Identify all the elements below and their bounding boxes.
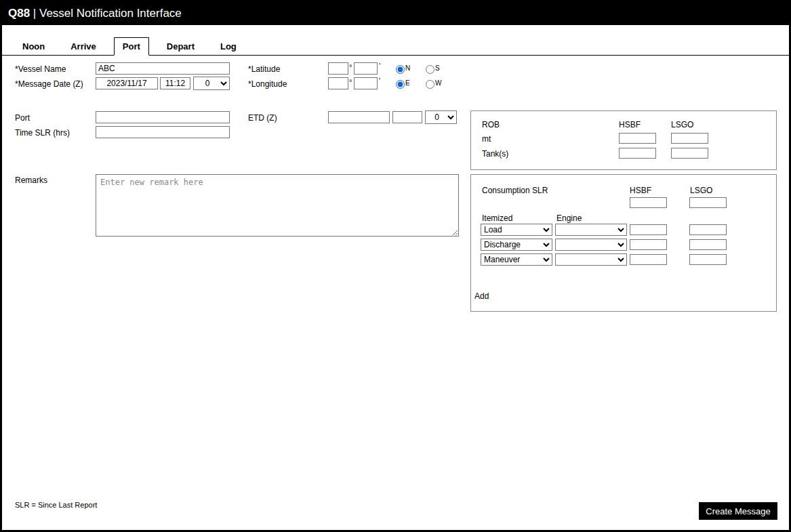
- title-separator: |: [30, 7, 39, 20]
- app-brand: Q88: [8, 7, 30, 20]
- time-slr-input[interactable]: [96, 126, 230, 138]
- latitude-label: *Latitude: [248, 64, 280, 74]
- message-date-label: *Message Date (Z): [15, 79, 83, 89]
- consumption-lsgo-column-header: LSGO: [690, 186, 712, 195]
- message-time-input[interactable]: [160, 77, 190, 89]
- title-bar: Q88 | Vessel Notification Interface: [2, 2, 789, 25]
- consumption-panel-title: Consumption SLR: [482, 186, 548, 195]
- rob-tanks-lsgo-input[interactable]: [671, 148, 708, 159]
- page-title: Vessel Notification Interface: [39, 7, 182, 20]
- add-consumption-row-link[interactable]: Add: [474, 291, 489, 301]
- rob-lsgo-column-header: LSGO: [671, 120, 693, 129]
- longitude-west-radio[interactable]: [426, 80, 434, 89]
- itemized-select-row-2[interactable]: Discharge: [481, 239, 552, 251]
- engine-column-header: Engine: [556, 213, 582, 223]
- consumption-hsbf-column-header: HSBF: [630, 186, 651, 195]
- longitude-west-radio-label: W: [435, 79, 441, 87]
- consumption-slr-panel: Consumption SLR HSBF LSGO Itemized Engin…: [470, 174, 777, 312]
- rob-mt-row-label: mt: [482, 134, 491, 144]
- time-slr-label: Time SLR (hrs): [15, 128, 70, 138]
- consumption-hsbf-total-input[interactable]: [630, 197, 667, 208]
- message-offset-select[interactable]: 0: [193, 77, 230, 90]
- longitude-east-radio[interactable]: [396, 80, 405, 89]
- longitude-east-radio-label: E: [405, 79, 410, 87]
- engine-select-row-2[interactable]: [555, 239, 627, 251]
- consumption-row-3-hsbf-input[interactable]: [630, 254, 667, 265]
- rob-mt-lsgo-input[interactable]: [671, 133, 708, 144]
- latitude-degrees-input[interactable]: [328, 62, 348, 75]
- latitude-north-radio[interactable]: [396, 65, 405, 74]
- longitude-degrees-input[interactable]: [328, 77, 348, 89]
- etd-offset-select[interactable]: 0: [425, 110, 457, 124]
- tab-depart[interactable]: Depart: [159, 38, 203, 56]
- consumption-row-2-hsbf-input[interactable]: [630, 239, 667, 250]
- message-date-input[interactable]: [96, 77, 158, 89]
- etd-date-input[interactable]: [328, 111, 390, 123]
- etd-label: ETD (Z): [248, 113, 277, 123]
- itemized-select-row-3[interactable]: Maneuver: [481, 253, 552, 266]
- latitude-minutes-input[interactable]: [354, 62, 378, 75]
- tab-port[interactable]: Port: [114, 37, 149, 56]
- tab-arrive[interactable]: Arrive: [62, 38, 104, 56]
- tab-noon[interactable]: Noon: [14, 38, 53, 56]
- latitude-minute-symbol: ': [379, 62, 380, 70]
- rob-panel: ROB HSBF LSGO mt Tank(s): [470, 110, 777, 170]
- app-window: Q88 | Vessel Notification Interface Noon…: [0, 0, 791, 532]
- consumption-row-1-hsbf-input[interactable]: [630, 224, 667, 235]
- port-input[interactable]: [96, 111, 230, 123]
- remarks-textarea[interactable]: [96, 174, 459, 237]
- itemized-column-header: Itemized: [482, 213, 512, 223]
- remarks-label: Remarks: [15, 176, 47, 185]
- itemized-select-row-1[interactable]: Load: [481, 224, 552, 236]
- tab-bar: NoonArrivePortDepartLog: [2, 37, 789, 56]
- consumption-lsgo-total-input[interactable]: [689, 197, 727, 208]
- latitude-north-radio-label: N: [405, 64, 410, 72]
- vessel-name-label: *Vessel Name: [15, 64, 66, 74]
- consumption-row-1-lsgo-input[interactable]: [689, 224, 727, 235]
- latitude-south-radio[interactable]: [426, 65, 434, 74]
- latitude-south-radio-label: S: [435, 64, 440, 72]
- engine-select-row-1[interactable]: [555, 224, 627, 236]
- rob-panel-title: ROB: [482, 120, 500, 129]
- slr-footnote: SLR = Since Last Report: [15, 501, 97, 509]
- rob-tanks-hsbf-input[interactable]: [619, 148, 656, 159]
- etd-time-input[interactable]: [392, 111, 422, 123]
- rob-mt-hsbf-input[interactable]: [619, 133, 656, 144]
- consumption-row-2-lsgo-input[interactable]: [689, 239, 727, 250]
- longitude-minutes-input[interactable]: [354, 77, 378, 89]
- vessel-name-input[interactable]: [96, 62, 230, 75]
- create-message-button[interactable]: Create Message: [699, 502, 777, 520]
- longitude-degree-symbol: °: [349, 78, 352, 86]
- port-label: Port: [15, 113, 30, 123]
- consumption-row-3-lsgo-input[interactable]: [689, 254, 727, 265]
- longitude-label: *Longitude: [248, 79, 287, 89]
- rob-tanks-row-label: Tank(s): [482, 149, 508, 159]
- latitude-degree-symbol: °: [349, 63, 352, 71]
- rob-hsbf-column-header: HSBF: [619, 120, 641, 129]
- tab-log[interactable]: Log: [212, 38, 245, 56]
- longitude-minute-symbol: ': [379, 77, 380, 85]
- engine-select-row-3[interactable]: [555, 253, 627, 266]
